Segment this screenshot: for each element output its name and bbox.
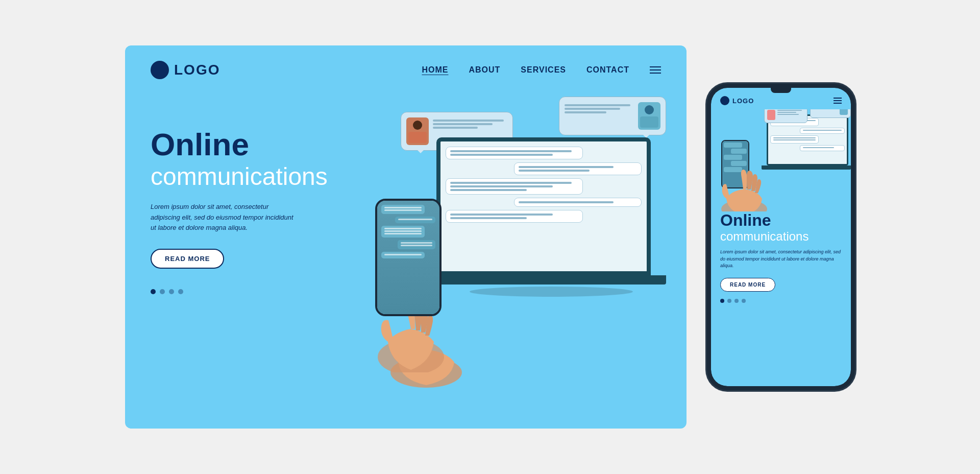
mini-speech-left	[764, 109, 807, 123]
mobile-hero-content: Online communications Lorem ipsum dolor …	[711, 211, 851, 303]
logo-text: LOGO	[174, 62, 220, 78]
mobile-logo-text: LOGO	[732, 97, 754, 105]
phone-chat-bubble	[381, 205, 425, 214]
chat-bubble-2	[514, 162, 642, 175]
page-wrapper: LOGO HOME ABOUT SERVICES CONTACT Online …	[0, 35, 980, 439]
dot-1[interactable]	[151, 289, 156, 294]
mobile-dot-1[interactable]	[720, 299, 724, 303]
dot-2[interactable]	[160, 289, 165, 294]
laptop-stand	[518, 275, 569, 281]
nav-link-services[interactable]: SERVICES	[521, 65, 566, 75]
phone-chat-bubble-right-2	[398, 240, 435, 249]
mobile-notch	[771, 88, 791, 93]
mobile-read-more-button[interactable]: READ MORE	[720, 278, 775, 292]
mobile-hamburger-icon[interactable]	[834, 98, 842, 104]
mini-avatar-2	[840, 109, 848, 115]
bubble-text-lines-right	[565, 102, 634, 113]
dot-3[interactable]	[169, 289, 174, 294]
chat-bubble-1	[446, 147, 583, 159]
nav-links: HOME ABOUT SERVICES CONTACT	[422, 65, 661, 75]
phone-chat-bubble-3	[381, 252, 425, 258]
slide-dots	[151, 289, 328, 294]
read-more-button[interactable]: READ MORE	[151, 249, 224, 269]
bubble-text-lines	[433, 117, 507, 129]
speech-bubble-right	[559, 97, 666, 135]
nav-link-home[interactable]: HOME	[422, 65, 448, 75]
mini-phone-bubble-2	[731, 149, 747, 154]
mobile-hero-online: Online	[720, 211, 842, 229]
laptop-shadow	[470, 287, 633, 297]
mini-laptop	[767, 114, 848, 173]
mobile-screen: LOGO	[711, 88, 851, 386]
mobile-preview-wrapper: LOGO	[707, 84, 855, 390]
mobile-logo-area: LOGO	[720, 96, 754, 105]
hero-title-comm: communications	[151, 162, 328, 192]
hero-title-online: Online	[151, 127, 328, 162]
mobile-hand-icon	[711, 155, 777, 211]
chat-bubble-3	[446, 178, 583, 195]
phone-chat-bubble-2	[381, 226, 425, 238]
mobile-logo-dot-icon	[720, 96, 729, 105]
mobile-hero-comm: communications	[720, 229, 842, 244]
mobile-dot-4[interactable]	[742, 299, 746, 303]
nav-link-contact[interactable]: CONTACT	[586, 65, 629, 75]
laptop-screen-content	[440, 141, 647, 271]
mobile-slide-dots	[720, 299, 842, 303]
phone-with-hands	[375, 199, 457, 342]
hero-content: Online communications Lorem ipsum dolor …	[151, 127, 328, 294]
dot-4[interactable]	[178, 289, 183, 294]
chat-bubble-4	[514, 198, 642, 207]
hamburger-menu-icon[interactable]	[650, 66, 661, 74]
mini-phone-bubble-1	[724, 143, 742, 148]
nav-link-about[interactable]: ABOUT	[469, 65, 500, 75]
logo-dot-icon	[151, 61, 169, 79]
mini-speech-right	[810, 109, 851, 118]
laptop-illustration	[436, 137, 666, 297]
phone-chat-bubble-right	[395, 217, 436, 223]
hero-description: Lorem ipsum dolor sit amet, consectetur …	[151, 202, 293, 233]
nav-bar: LOGO HOME ABOUT SERVICES CONTACT	[125, 45, 687, 89]
mobile-dot-2[interactable]	[727, 299, 731, 303]
mobile-illustration	[711, 109, 851, 211]
desktop-preview: LOGO HOME ABOUT SERVICES CONTACT Online …	[125, 45, 687, 429]
chat-bubble-5	[446, 210, 583, 223]
logo-area: LOGO	[151, 61, 220, 79]
illustration-area	[339, 86, 687, 413]
mobile-frame: LOGO	[707, 84, 855, 390]
mini-avatar-1	[767, 110, 775, 120]
mobile-dot-3[interactable]	[734, 299, 739, 303]
phone-body	[375, 199, 442, 316]
phone-screen	[377, 201, 439, 314]
mobile-hero-desc: Lorem ipsum dolor sit amet, consectetur …	[720, 249, 842, 270]
laptop-screen	[436, 137, 651, 275]
